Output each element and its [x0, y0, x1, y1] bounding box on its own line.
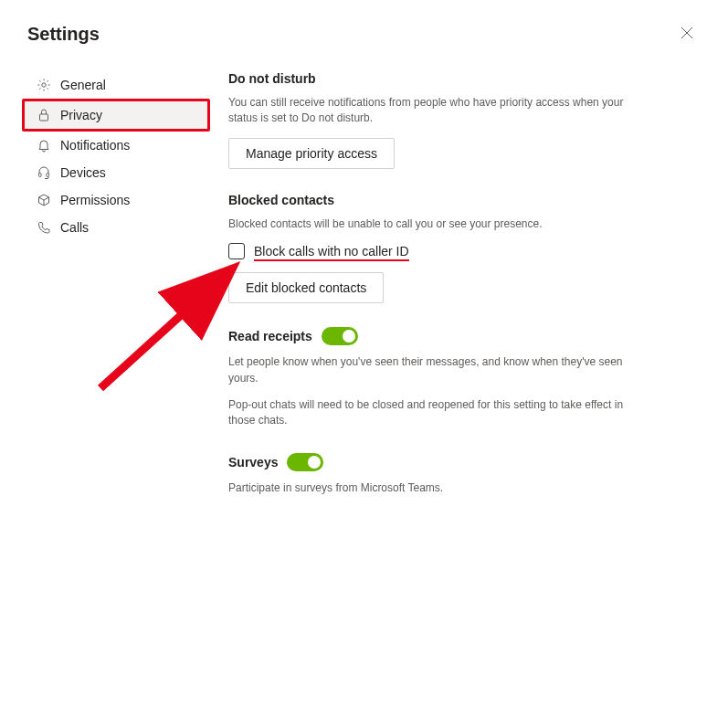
surveys-section: Surveys Participate in surveys from Micr… — [228, 453, 630, 496]
surveys-description: Participate in surveys from Microsoft Te… — [228, 480, 630, 496]
sidebar-item-notifications[interactable]: Notifications — [27, 132, 210, 159]
headset-icon — [37, 165, 51, 180]
sidebar-item-general[interactable]: General — [27, 71, 210, 99]
page-title: Settings — [27, 24, 100, 45]
read-receipts-section: Read receipts Let people know when you'v… — [228, 327, 630, 429]
manage-priority-access-button[interactable]: Manage priority access — [228, 138, 395, 169]
do-not-disturb-section: Do not disturb You can still receive not… — [228, 71, 630, 169]
lock-icon — [37, 108, 51, 122]
sidebar-item-label: General — [60, 78, 106, 92]
privacy-panel: Do not disturb You can still receive not… — [228, 71, 630, 520]
blocked-contacts-description: Blocked contacts will be unable to call … — [228, 216, 630, 232]
phone-icon — [37, 220, 51, 235]
gear-icon — [37, 78, 51, 92]
sidebar-item-label: Privacy — [60, 108, 102, 122]
sidebar-item-label: Notifications — [60, 138, 130, 153]
svg-rect-4 — [39, 174, 42, 177]
dnd-heading: Do not disturb — [228, 71, 630, 86]
surveys-heading: Surveys — [228, 455, 278, 470]
surveys-toggle[interactable] — [287, 453, 323, 471]
close-button[interactable] — [673, 22, 701, 46]
svg-rect-5 — [47, 174, 49, 177]
blocked-contacts-heading: Blocked contacts — [228, 193, 630, 207]
sidebar-item-permissions[interactable]: Permissions — [27, 186, 210, 214]
edit-blocked-contacts-button[interactable]: Edit blocked contacts — [228, 272, 384, 303]
close-icon — [681, 26, 693, 39]
sidebar-item-privacy[interactable]: Privacy — [22, 99, 210, 132]
read-receipts-desc1: Let people know when you've seen their m… — [228, 354, 630, 386]
dnd-description: You can still receive notifications from… — [228, 95, 630, 127]
sidebar-item-devices[interactable]: Devices — [27, 159, 210, 186]
block-no-caller-id-label: Block calls with no caller ID — [254, 244, 409, 258]
svg-point-2 — [42, 83, 46, 87]
block-no-caller-id-row: Block calls with no caller ID — [228, 243, 630, 259]
block-calls-no-caller-id-checkbox[interactable] — [228, 243, 245, 259]
read-receipts-desc2: Pop-out chats will need to be closed and… — [228, 397, 630, 429]
sidebar-item-label: Devices — [60, 165, 106, 180]
sidebar-item-label: Permissions — [60, 193, 130, 207]
blocked-contacts-section: Blocked contacts Blocked contacts will b… — [228, 193, 630, 303]
settings-sidebar: General Privacy Notifications — [27, 71, 210, 241]
package-icon — [37, 193, 51, 207]
svg-rect-3 — [40, 114, 48, 121]
sidebar-item-calls[interactable]: Calls — [27, 214, 210, 241]
sidebar-item-label: Calls — [60, 220, 89, 235]
read-receipts-heading: Read receipts — [228, 329, 312, 343]
bell-icon — [37, 138, 51, 153]
read-receipts-toggle[interactable] — [322, 327, 358, 345]
